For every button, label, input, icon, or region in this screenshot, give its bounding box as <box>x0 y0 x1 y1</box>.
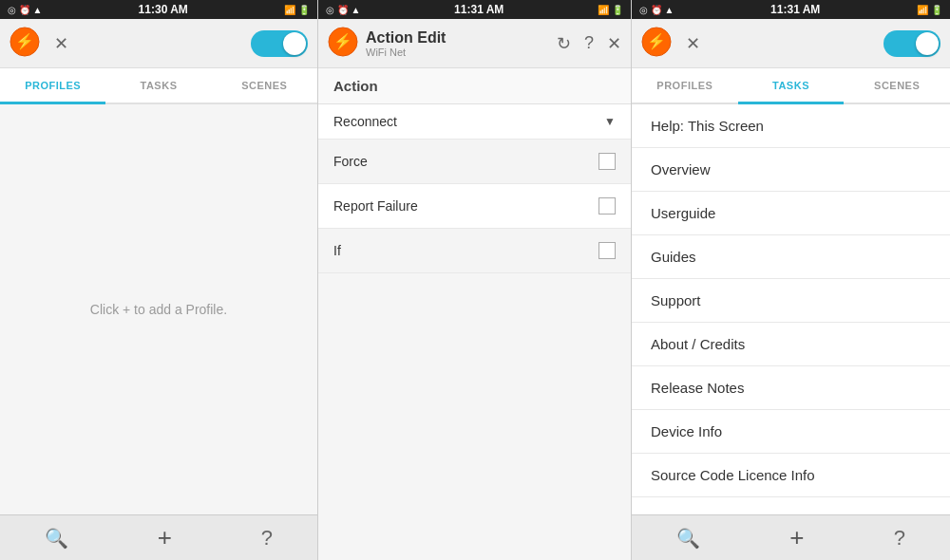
middle-dropdown-value: Reconnect <box>333 114 397 129</box>
svg-text:⚡: ⚡ <box>15 32 34 50</box>
left-battery-icon: 🔋 <box>298 5 310 15</box>
right-toggle-knob <box>916 32 939 55</box>
right-panel: ◎ ⏰ ▲ 11:31 AM 📶 🔋 ⚡ ✕ ON PROFILES TASKS… <box>632 0 950 560</box>
left-status-left: ◎ ⏰ ▲ <box>8 5 42 15</box>
menu-item-release-notes[interactable]: Release Notes <box>632 366 950 410</box>
left-tab-profiles[interactable]: PROFILES <box>0 68 105 104</box>
middle-action-heading: Action <box>318 68 631 104</box>
left-content-hint: Click + to add a Profile. <box>90 302 227 317</box>
middle-dropdown-row[interactable]: Reconnect ▼ <box>318 104 631 140</box>
menu-item-overview[interactable]: Overview <box>632 148 950 192</box>
middle-force-checkbox[interactable] <box>598 153 616 170</box>
right-toggle[interactable]: ON <box>884 30 940 57</box>
middle-wifi-icon: 📶 <box>598 5 609 15</box>
right-status-left: ◎ ⏰ ▲ <box>639 5 674 15</box>
middle-status-time: 11:31 AM <box>454 3 504 16</box>
right-top-bar: ⚡ ✕ ON <box>632 19 950 68</box>
middle-action-icons: ↻ ? ✕ <box>557 33 621 54</box>
middle-close-button[interactable]: ✕ <box>607 33 621 54</box>
middle-panel: ◎ ⏰ ▲ 11:31 AM 📶 🔋 ⚡ Action Edit WiFi Ne… <box>318 0 632 560</box>
right-status-bar: ◎ ⏰ ▲ 11:31 AM 📶 🔋 <box>632 0 950 19</box>
svg-text:⚡: ⚡ <box>647 32 666 50</box>
menu-item-userguide[interactable]: Userguide <box>632 192 950 235</box>
left-tab-tasks[interactable]: TASKS <box>105 68 211 104</box>
left-status-time: 11:30 AM <box>139 3 188 16</box>
middle-subtitle: WiFi Net <box>366 47 446 58</box>
svg-text:⚡: ⚡ <box>333 32 352 50</box>
right-menu-list: Help: This Screen Overview Userguide Gui… <box>632 104 950 514</box>
menu-item-about-credits[interactable]: About / Credits <box>632 323 950 366</box>
right-tab-scenes[interactable]: SCENES <box>844 68 950 104</box>
middle-report-checkbox[interactable] <box>598 197 616 215</box>
left-help-button[interactable]: ? <box>261 526 273 551</box>
middle-refresh-button[interactable]: ↻ <box>557 33 571 54</box>
middle-app-icon: ⚡ <box>328 27 358 61</box>
middle-title-area: Action Edit WiFi Net <box>366 29 446 58</box>
menu-item-support[interactable]: Support <box>632 279 950 323</box>
right-status-right: 📶 🔋 <box>917 5 942 15</box>
left-close-button[interactable]: ✕ <box>48 30 74 57</box>
left-top-bar: ⚡ ✕ ON <box>0 19 317 68</box>
right-battery-icon: 🔋 <box>931 5 942 15</box>
right-wifi-icon: 📶 <box>917 5 928 15</box>
middle-battery-icon: 🔋 <box>612 5 623 15</box>
left-toggle-knob <box>283 32 306 55</box>
right-search-icon[interactable]: 🔍 <box>676 527 700 550</box>
menu-item-help-screen[interactable]: Help: This Screen <box>632 104 950 148</box>
right-status-time: 11:31 AM <box>770 3 820 16</box>
middle-spacer <box>318 273 631 560</box>
left-status-right: 📶 🔋 <box>284 5 310 15</box>
right-tab-profiles[interactable]: PROFILES <box>632 68 738 104</box>
menu-item-device-info[interactable]: Device Info <box>632 410 950 454</box>
middle-report-row[interactable]: Report Failure <box>318 184 631 229</box>
left-add-button[interactable]: + <box>158 523 172 552</box>
left-panel: ◎ ⏰ ▲ 11:30 AM 📶 🔋 ⚡ ✕ ON PROFILES TAS <box>0 0 318 560</box>
middle-status-icons: ◎ ⏰ ▲ <box>326 5 360 15</box>
left-content: Click + to add a Profile. <box>0 104 317 514</box>
left-app-icon: ⚡ <box>10 27 40 61</box>
right-close-button[interactable]: ✕ <box>679 30 706 57</box>
right-status-icons: ◎ ⏰ ▲ <box>639 5 674 15</box>
right-app-icon: ⚡ <box>641 27 672 61</box>
left-status-bar: ◎ ⏰ ▲ 11:30 AM 📶 🔋 <box>0 0 317 19</box>
middle-top-bar: ⚡ Action Edit WiFi Net ↻ ? ✕ <box>318 19 631 68</box>
middle-status-left: ◎ ⏰ ▲ <box>326 5 360 15</box>
left-tab-scenes[interactable]: SCENES <box>212 68 317 104</box>
middle-status-right: 📶 🔋 <box>598 5 623 15</box>
middle-dropdown-arrow: ▼ <box>604 115 616 128</box>
middle-title: Action Edit <box>366 29 446 47</box>
right-help-button[interactable]: ? <box>894 526 905 551</box>
middle-if-label: If <box>333 243 341 258</box>
right-tab-bar: PROFILES TASKS SCENES <box>632 68 950 104</box>
middle-force-label: Force <box>333 154 368 169</box>
left-toggle[interactable]: ON <box>251 30 308 57</box>
middle-if-row[interactable]: If <box>318 229 631 273</box>
middle-help-button[interactable]: ? <box>584 33 594 53</box>
middle-report-label: Report Failure <box>333 198 418 214</box>
right-tab-tasks[interactable]: TASKS <box>738 68 845 104</box>
left-tab-bar: PROFILES TASKS SCENES <box>0 68 317 104</box>
right-bottom-bar: 🔍 + ? <box>632 514 950 560</box>
middle-force-row[interactable]: Force <box>318 140 631 184</box>
left-wifi-icon: 📶 <box>284 5 295 15</box>
middle-status-bar: ◎ ⏰ ▲ 11:31 AM 📶 🔋 <box>318 0 631 19</box>
right-add-button[interactable]: + <box>789 523 804 552</box>
menu-item-guides[interactable]: Guides <box>632 235 950 279</box>
left-search-icon[interactable]: 🔍 <box>45 527 68 550</box>
middle-if-checkbox[interactable] <box>598 242 616 259</box>
left-status-icons: ◎ ⏰ ▲ <box>8 5 42 15</box>
left-bottom-bar: 🔍 + ? <box>0 514 317 560</box>
menu-item-source-code[interactable]: Source Code Licence Info <box>632 454 950 497</box>
